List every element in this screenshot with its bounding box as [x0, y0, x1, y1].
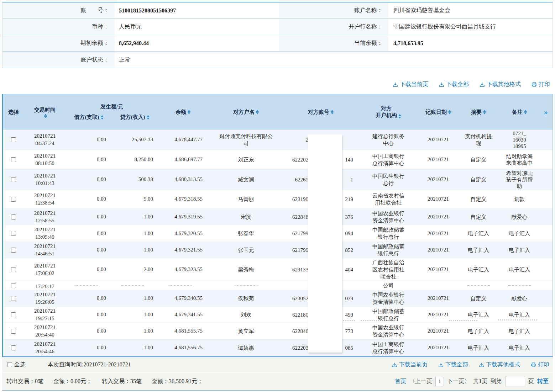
debit-cell: 0.00 [66, 190, 111, 208]
counterparty-bank-cell: 中国农业银行资金清算中心 [358, 209, 419, 225]
balance-cell [158, 281, 208, 290]
row-checkbox[interactable] [11, 177, 16, 182]
debit-cell: 0.00 [66, 290, 111, 306]
sort-icon[interactable] [147, 115, 150, 120]
header-posting-date[interactable]: 记账日期 [419, 94, 457, 130]
transaction-time-cell: 20210721 14:46:51 [24, 242, 66, 258]
row-checkbox[interactable] [11, 345, 16, 350]
printer-icon [531, 362, 536, 367]
row-checkbox[interactable] [11, 137, 16, 142]
transaction-time-cell: 20210721 13:05:49 [24, 225, 66, 242]
sort-icon[interactable] [331, 110, 334, 114]
sort-icon[interactable] [398, 114, 401, 118]
credit-cell: 2.00 [111, 258, 158, 281]
sort-icon[interactable] [256, 110, 259, 114]
balance-cell: 4,679,320.55 [158, 225, 208, 242]
row-checkbox[interactable] [11, 157, 16, 162]
row-checkbox[interactable] [11, 312, 16, 317]
note-cell: 希望对凉山孩子有所帮助 [499, 170, 539, 189]
download-all-link[interactable]: 下载全部 [438, 361, 468, 369]
account-info-table: 账 号： 51001815208051506397 账户名称： 四川省索玛慈善基… [2, 2, 553, 68]
posting-date-cell [419, 281, 457, 290]
summary-cell: 支付机构提现 [457, 130, 499, 149]
info-row: 期初余额： 8,652,940.44 当前余额： 4,718,653.95 [2, 35, 553, 52]
debit-cell: 0.00 [66, 130, 111, 149]
header-note[interactable]: 备注 [499, 94, 539, 130]
goto-button[interactable]: 转至 [537, 378, 549, 385]
download-other-format-link[interactable]: 下载其他格式 [480, 81, 521, 88]
download-icon [439, 82, 444, 87]
note-cell: 电子汇入 [499, 323, 539, 339]
goto-page-label: 到第 [491, 378, 502, 385]
download-current-page-link[interactable]: 下载当前页 [393, 81, 428, 88]
current-balance-label: 当前余额： [279, 35, 388, 51]
header-summary[interactable]: 摘要 [457, 94, 499, 130]
table-row: 20210721 08:10:50 0.00 8,250.00 4,686,69… [3, 150, 553, 170]
table-row: 20210721 20:54:46 0.00 1.00 4,681,556.75… [3, 339, 553, 356]
counterparty-bank-cell: 建行总行账务中心 [358, 130, 419, 149]
download-icon [479, 362, 484, 367]
transaction-time-cell: 20210721 04:37:24 [24, 130, 66, 149]
posting-date-cell: 20210721 [419, 323, 457, 339]
header-counterparty-bank[interactable]: 对方 开户机构 [358, 94, 419, 130]
sort-icon[interactable] [44, 114, 47, 118]
print-link[interactable]: 打印 [532, 81, 550, 88]
header-credit[interactable]: 贷方(收入) [112, 114, 158, 121]
sort-icon[interactable] [101, 115, 104, 120]
counterparty-name-cell: 张春华 [208, 225, 284, 242]
table-row: 20210721 14:46:51 0.00 1.00 4,679,321.55… [3, 242, 553, 258]
print-link[interactable]: 打印 [531, 361, 549, 369]
sort-icon[interactable] [448, 110, 451, 114]
pagination: 首页 〈上一页 1 下一页〉 共1页 到第 页 转至 [395, 377, 553, 386]
sort-icon[interactable] [483, 110, 486, 114]
summary-cell: 自定义 [457, 170, 499, 189]
debit-cell: 0.00 [66, 258, 111, 281]
note-cell: 献爱心 [499, 290, 539, 306]
info-row: 币种： 人民币元 开户行名称： 中国建设银行股份有限公司西昌月城支行 [2, 19, 553, 35]
more-columns-button[interactable]: » [539, 94, 553, 130]
balance-cell: 4,681,556.75 [158, 339, 208, 356]
transactions-body: 20210721 04:37:24 0.00 25,507.33 4,678,4… [3, 130, 553, 356]
header-transaction-time[interactable]: 交易时间 [24, 94, 66, 130]
debit-cell: 0.00 [66, 225, 111, 242]
debit-cell: 0.00 [66, 170, 111, 189]
row-more-cell [539, 281, 553, 290]
download-icon [480, 82, 485, 87]
table-row: 20210721 19:26:05 0.00 1.00 4,679,340.55… [3, 290, 553, 307]
row-checkbox[interactable] [11, 296, 16, 301]
row-more-cell [539, 190, 553, 208]
header-counterparty-name[interactable]: 对方户名 [208, 94, 284, 130]
counterparty-name-cell: 宋滨 [208, 209, 284, 225]
row-checkbox[interactable] [11, 267, 16, 272]
header-counterparty-account[interactable]: 对方账号 [284, 94, 358, 130]
note-cell: 结对助学海来曲布高中 [499, 150, 539, 169]
next-page-link[interactable]: 下一页〉 [447, 378, 470, 385]
counterparty-bank-cell: 广西壮族自治区农村信用社联合社 [358, 258, 419, 281]
select-all-checkbox[interactable] [7, 362, 12, 367]
prev-page-link[interactable]: 〈上一页 [409, 378, 432, 385]
download-all-link[interactable]: 下载全部 [439, 81, 469, 88]
header-debit[interactable]: 借方(支取) [66, 114, 112, 121]
credit-cell: 1.00 [111, 209, 158, 225]
redaction-overlay [308, 134, 342, 353]
credit-cell: 5.00 [111, 190, 158, 208]
row-more-cell [539, 225, 553, 242]
row-checkbox[interactable] [11, 197, 16, 202]
row-checkbox[interactable] [11, 231, 16, 236]
row-checkbox[interactable] [11, 329, 16, 334]
download-current-page-link[interactable]: 下载当前页 [392, 361, 428, 369]
balance-cell: 4,679,318.55 [158, 190, 208, 208]
row-checkbox[interactable] [11, 248, 16, 253]
first-page-link[interactable]: 首页 [395, 378, 406, 385]
sort-icon[interactable] [188, 110, 190, 114]
header-balance[interactable]: 余额 [158, 94, 208, 130]
download-other-format-link[interactable]: 下载其他格式 [479, 361, 520, 369]
current-page-indicator: 1 [435, 377, 444, 386]
download-icon [392, 362, 397, 367]
account-status-value: 正常 [115, 52, 279, 68]
goto-page-input[interactable] [505, 377, 525, 386]
row-checkbox[interactable] [11, 283, 16, 288]
row-checkbox[interactable] [11, 214, 16, 219]
chevrons-right-icon: » [544, 107, 548, 117]
sort-icon[interactable] [524, 110, 527, 114]
